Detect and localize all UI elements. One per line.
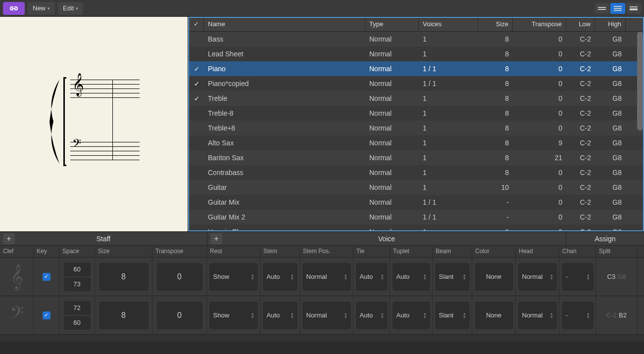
col-name[interactable]: Name: [204, 18, 365, 31]
cell-name: Treble+8: [204, 122, 365, 134]
col-voices[interactable]: Voices: [419, 18, 478, 31]
cell-name: Guitar Mix 2: [204, 211, 365, 223]
size-field[interactable]: 8: [99, 302, 149, 329]
table-body[interactable]: BassNormal180C-2G8Lead SheetNormal180C-2…: [189, 32, 643, 231]
stempos-dropdown[interactable]: Normal▴▾: [302, 302, 351, 329]
table-row[interactable]: BassNormal180C-2G8: [189, 32, 643, 46]
add-staff-button[interactable]: +: [3, 233, 15, 244]
cell-high: G8: [595, 167, 626, 178]
staff-style-table: ✓ Name Type Voices Size Transpose Low Hi…: [188, 17, 644, 231]
cell-type: Normal: [365, 33, 419, 45]
scrollbar[interactable]: [637, 32, 643, 131]
cell-type: Normal: [365, 226, 419, 231]
table-row[interactable]: Alto SaxNormal189C-2G8: [189, 135, 643, 150]
view-expanded[interactable]: [626, 3, 641, 14]
toolbar: New▾ Edit▾: [0, 0, 644, 17]
col-transpose[interactable]: Transpose: [513, 18, 566, 31]
split-field[interactable]: C-2B2: [596, 296, 638, 334]
key-checkbox[interactable]: ✓: [34, 258, 59, 296]
table-row[interactable]: Guitar MixNormal1 / 1-0C-2G8: [189, 195, 643, 210]
col-size[interactable]: Size: [478, 18, 513, 31]
edit-menu[interactable]: Edit▾: [58, 2, 83, 15]
beam-dropdown[interactable]: Slant▴▾: [435, 302, 470, 329]
stempos-dropdown[interactable]: Normal▴▾: [302, 263, 351, 291]
transpose-field[interactable]: 0: [157, 302, 202, 329]
space-top[interactable]: 72: [64, 301, 91, 315]
stem-dropdown[interactable]: Auto▴▾: [263, 263, 297, 291]
table-row[interactable]: Lead SheetNormal180C-2G8: [189, 46, 643, 61]
param-row: 𝄞✓607380Show▴▾Auto▴▾Normal▴▾Auto▴▾Auto▴▾…: [0, 258, 644, 296]
cell-type: Normal: [365, 167, 419, 178]
head-dropdown[interactable]: Normal▴▾: [518, 302, 557, 329]
col-check[interactable]: ✓: [189, 18, 204, 31]
table-row[interactable]: ✓TrebleNormal180C-2G8: [189, 91, 643, 106]
table-row[interactable]: GuitarNormal1100C-2G8: [189, 180, 643, 195]
cell-high: G8: [595, 211, 626, 223]
cell-type: Normal: [365, 211, 419, 223]
cell-size: -: [478, 196, 513, 208]
size-field[interactable]: 8: [99, 263, 149, 291]
col-type[interactable]: Type: [365, 18, 419, 31]
space-top[interactable]: 60: [64, 263, 91, 276]
clef-selector[interactable]: 𝄢: [0, 296, 34, 334]
cell-type: Normal: [365, 196, 419, 208]
tuplet-dropdown[interactable]: Auto▴▾: [393, 302, 430, 329]
table-row[interactable]: ✓Piano*copiedNormal1 / 180C-2G8: [189, 76, 643, 91]
add-voice-button[interactable]: +: [210, 233, 222, 244]
stepper-icon: ▴▾: [587, 312, 590, 319]
stepper-icon: ▴▾: [291, 312, 294, 319]
color-dropdown[interactable]: None: [475, 263, 513, 291]
cell-name: Contrabass: [204, 167, 365, 178]
cell-low: C-2: [566, 78, 595, 89]
view-compact[interactable]: [594, 3, 609, 14]
brace-icon: [45, 80, 62, 164]
head-dropdown[interactable]: Normal▴▾: [518, 263, 557, 291]
stepper-icon: ▴▾: [291, 273, 294, 280]
tie-dropdown[interactable]: Auto▴▾: [356, 302, 388, 329]
col-high[interactable]: High: [595, 18, 626, 31]
split-field[interactable]: C3G8: [596, 258, 638, 296]
cell-high: G8: [595, 33, 626, 45]
link-toggle[interactable]: [3, 2, 25, 15]
cell-transpose: 9: [513, 137, 566, 149]
cell-type: Normal: [365, 107, 419, 119]
stem-dropdown[interactable]: Auto▴▾: [263, 302, 297, 329]
cell-high: G8: [595, 196, 626, 208]
cell-high: G8: [595, 92, 626, 104]
col-low[interactable]: Low: [566, 18, 595, 31]
clef-selector[interactable]: 𝄞: [0, 258, 34, 296]
table-row[interactable]: ContrabassNormal180C-2G8: [189, 165, 643, 180]
cell-name: Alto Sax: [204, 137, 365, 149]
color-dropdown[interactable]: None: [475, 302, 513, 329]
table-row[interactable]: Bariton SaxNormal1821C-2G8: [189, 150, 643, 165]
chan-dropdown[interactable]: -▴▾: [562, 302, 594, 329]
table-row[interactable]: ✓PianoNormal1 / 180C-2G8: [189, 61, 643, 76]
table-row[interactable]: Treble+8Normal180C-2G8: [189, 121, 643, 135]
cell-voices: 1: [419, 122, 478, 134]
new-menu[interactable]: New▾: [28, 2, 55, 15]
cell-name: Piano*copied: [204, 78, 365, 89]
cell-transpose: 0: [513, 107, 566, 119]
cell-voices: 1: [419, 107, 478, 119]
cell-transpose: 0: [513, 196, 566, 208]
beam-dropdown[interactable]: Slant▴▾: [435, 263, 470, 291]
space-bottom[interactable]: 60: [64, 316, 91, 330]
chan-dropdown[interactable]: -▴▾: [562, 263, 594, 291]
tuplet-dropdown[interactable]: Auto▴▾: [393, 263, 430, 291]
cell-low: C-2: [566, 33, 595, 45]
cell-type: Normal: [365, 122, 419, 134]
rest-dropdown[interactable]: Show▴▾: [209, 302, 258, 329]
view-normal[interactable]: [610, 3, 625, 14]
table-row[interactable]: Horn in EbNormal18-3C-2G8: [189, 224, 643, 231]
tie-dropdown[interactable]: Auto▴▾: [356, 263, 388, 291]
table-row[interactable]: Guitar Mix 2Normal1 / 1-0C-2G8: [189, 210, 643, 224]
cell-name: Bass: [204, 33, 365, 45]
table-row[interactable]: Treble-8Normal180C-2G8: [189, 106, 643, 121]
transpose-field[interactable]: 0: [157, 263, 202, 291]
key-checkbox[interactable]: ✓: [34, 296, 59, 334]
cell-type: Normal: [365, 152, 419, 164]
cell-low: C-2: [566, 181, 595, 193]
space-bottom[interactable]: 73: [64, 277, 91, 291]
cell-size: 8: [478, 48, 513, 60]
rest-dropdown[interactable]: Show▴▾: [209, 263, 258, 291]
